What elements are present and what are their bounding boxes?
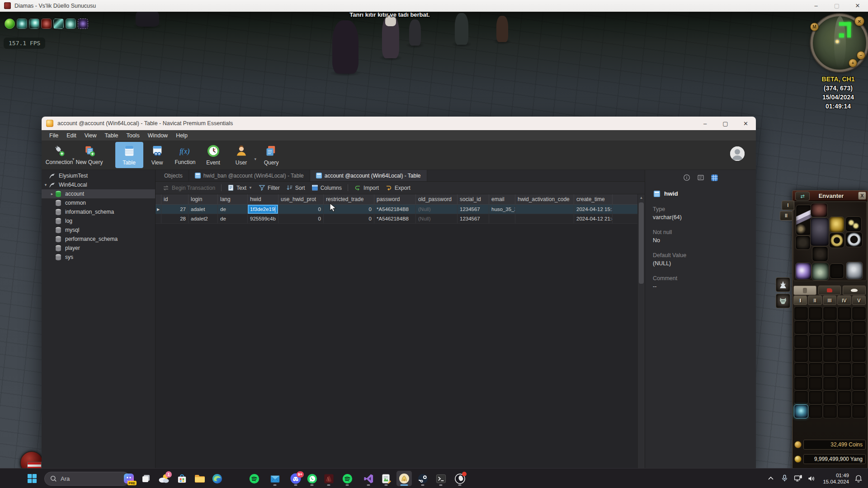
inventory-cell[interactable] xyxy=(837,348,852,362)
inventory-grid[interactable] xyxy=(794,306,866,419)
taskbar-navicat-icon[interactable] xyxy=(396,471,412,486)
cell-email[interactable]: huso_35_3 xyxy=(489,205,515,214)
cell-lang[interactable]: de xyxy=(218,205,248,214)
inventory-cell[interactable] xyxy=(852,390,866,404)
clock[interactable]: 01:49 15.04.2024 xyxy=(823,472,849,485)
sidebar-item-common[interactable]: common xyxy=(42,198,155,207)
microphone-icon[interactable] xyxy=(778,469,791,488)
content-tab-account[interactable]: account @account (Win64Local) - Table xyxy=(310,170,427,181)
column-header-restricted_trade[interactable]: restricted_trade xyxy=(324,194,374,204)
cell-login[interactable]: adalet2 xyxy=(189,214,218,223)
inventory-cell[interactable] xyxy=(823,348,837,362)
inventory-page-tab-III[interactable]: III xyxy=(823,296,836,305)
taskbar-copilot-icon[interactable]: PRE xyxy=(121,471,137,486)
sidebar-item-information_schema[interactable]: information_schema xyxy=(42,207,155,216)
inventory-cell[interactable] xyxy=(808,334,823,348)
inventory-page-tabs[interactable]: IIIIIIIVV xyxy=(793,296,866,305)
equipment-slot-necklace[interactable] xyxy=(845,232,863,247)
column-header-use_hwid_prot[interactable]: use_hwid_prot xyxy=(278,194,324,204)
equipment-slot-sword[interactable] xyxy=(796,205,812,235)
inventory-cell[interactable] xyxy=(794,390,808,404)
inventory-cell[interactable] xyxy=(852,348,866,362)
inventory-page-tab-IV[interactable]: IV xyxy=(837,296,851,305)
column-header-lang[interactable]: lang xyxy=(218,194,248,204)
inventory-cell[interactable] xyxy=(794,320,808,334)
toolbar-view-button[interactable]: View xyxy=(143,142,171,168)
inventory-cell[interactable] xyxy=(852,404,866,418)
inventory-cell[interactable] xyxy=(837,390,852,404)
inventory-cell[interactable] xyxy=(837,320,852,334)
equipment-slot-bracelet[interactable] xyxy=(829,233,844,248)
inventory-cell[interactable] xyxy=(852,362,866,376)
equipment-slot-shoes[interactable] xyxy=(811,263,829,281)
tray-chevron-icon[interactable] xyxy=(764,469,778,488)
volume-icon[interactable] xyxy=(805,469,818,488)
sidebar-item-performance_schema[interactable]: performance_schema xyxy=(42,235,155,244)
inventory-cell[interactable] xyxy=(808,404,823,418)
cell-use_hwid_prot[interactable]: 0 xyxy=(278,214,324,223)
inventory-cell[interactable] xyxy=(837,404,852,418)
equipment-slot-armor[interactable] xyxy=(810,217,829,246)
form-view-icon[interactable] xyxy=(697,174,704,182)
equipment-slot-shield-arm[interactable] xyxy=(795,235,811,250)
scroll-buff-icon[interactable] xyxy=(53,19,64,29)
taskbar-notes-icon[interactable] xyxy=(378,471,394,486)
info-icon[interactable] xyxy=(683,174,690,182)
column-header-id[interactable]: id xyxy=(161,194,189,204)
column-header-login[interactable]: login xyxy=(189,194,218,204)
equipment-slot-wing-ring[interactable] xyxy=(795,263,811,280)
taskbar-obs-icon[interactable] xyxy=(452,471,467,486)
cell-hwid[interactable]: 925599c4b xyxy=(248,214,278,223)
notification-bell-icon[interactable] xyxy=(852,469,865,488)
expand-arrow-icon[interactable]: ▸ xyxy=(50,192,54,196)
vertical-scrollbar[interactable]: ▲ xyxy=(637,194,645,469)
equipment-slot-pauldron[interactable] xyxy=(829,216,844,233)
table-row[interactable]: 28adalet2de925599c4b00*A5462184B8(Null)1… xyxy=(156,214,645,224)
toolbar-query-button[interactable]: Query xyxy=(257,142,285,168)
inventory-cell[interactable] xyxy=(808,390,823,404)
weapon-set-tab-II[interactable]: II xyxy=(780,211,793,221)
sidebar-item-log[interactable]: log xyxy=(42,216,155,225)
menu-tools[interactable]: Tools xyxy=(122,131,143,140)
swap-arrows-icon[interactable]: ⇄ xyxy=(795,192,810,201)
cell-hwid_activation_code[interactable] xyxy=(515,205,574,214)
inventory-cell[interactable] xyxy=(808,320,823,334)
berserk-buff-icon[interactable] xyxy=(41,19,52,29)
weapon-set-tab-I[interactable]: I xyxy=(782,201,794,210)
inventory-cell[interactable] xyxy=(808,348,823,362)
taskbar-visual-studio-icon[interactable] xyxy=(361,471,376,486)
inventory-cell[interactable] xyxy=(837,376,852,390)
equipment-slot-earrings[interactable] xyxy=(845,216,862,232)
network-display-icon[interactable] xyxy=(791,469,805,488)
cell-restricted_trade[interactable]: 0 xyxy=(324,214,374,223)
inventory-cell[interactable] xyxy=(852,306,866,320)
inventory-page-tab-I[interactable]: I xyxy=(793,296,807,305)
cell-use_hwid_prot[interactable]: 0 xyxy=(278,205,324,214)
cell-password[interactable]: *A5462184B8 xyxy=(374,205,416,214)
taskbar-discord-icon[interactable]: 9+ xyxy=(288,471,303,486)
inventory-cell[interactable] xyxy=(794,348,808,362)
inventory-cell[interactable] xyxy=(823,334,837,348)
cell-lang[interactable]: de xyxy=(218,214,248,223)
column-header-hwid_activation_code[interactable]: hwid_activation_code xyxy=(515,194,574,204)
equipment-slot-helmet[interactable] xyxy=(811,203,828,217)
inventory-cell[interactable] xyxy=(823,376,837,390)
collapse-arrow-icon[interactable]: ▾ xyxy=(43,183,48,187)
table-toolbar-text-button[interactable]: Text▼ xyxy=(224,183,255,192)
column-header-email[interactable]: email xyxy=(489,194,515,204)
minimap[interactable]: M ✕ − + BETA, CH1 (374, 673) 15/04/2024 … xyxy=(809,14,867,111)
game-close-button[interactable]: ✕ xyxy=(847,0,868,11)
table-toolbar-export-button[interactable]: Export xyxy=(382,183,414,193)
taskbar-edge-icon[interactable] xyxy=(209,471,225,486)
inventory-cell[interactable] xyxy=(837,362,852,376)
taskbar-whatsapp-icon[interactable] xyxy=(304,471,320,486)
navicat-close-button[interactable]: ✕ xyxy=(736,117,756,130)
sidebar-item-mysql[interactable]: mysql xyxy=(42,225,155,235)
navicat-maximize-button[interactable]: ▢ xyxy=(715,117,736,130)
data-grid[interactable]: idloginlanghwiduse_hwid_protrestricted_t… xyxy=(156,194,645,469)
taskbar-microsoft-store-icon[interactable] xyxy=(174,471,189,486)
cell-password[interactable]: *A5462184B8 xyxy=(374,214,416,223)
inventory-cell[interactable] xyxy=(808,362,823,376)
inventory-cell[interactable] xyxy=(794,362,808,376)
navicat-minimize-button[interactable]: – xyxy=(695,117,715,130)
